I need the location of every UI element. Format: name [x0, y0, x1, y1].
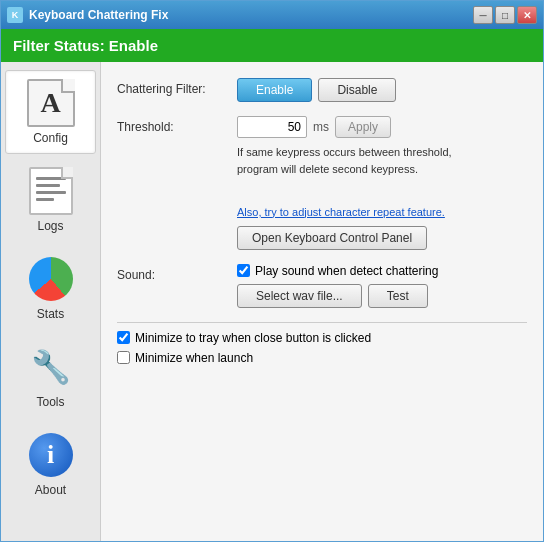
- apply-button[interactable]: Apply: [335, 116, 391, 138]
- sound-checkbox-label: Play sound when detect chattering: [255, 264, 438, 278]
- threshold-label: Threshold:: [117, 116, 227, 134]
- window-controls: ─ □ ✕: [473, 6, 537, 24]
- config-icon-container: A: [27, 79, 75, 127]
- threshold-hint-1: If same keypress occurs between threshol…: [237, 144, 527, 177]
- threshold-input[interactable]: [237, 116, 307, 138]
- app-window: K Keyboard Chattering Fix ─ □ ✕ Filter S…: [0, 0, 544, 542]
- sidebar-label-logs: Logs: [37, 219, 63, 233]
- select-wav-button[interactable]: Select wav file...: [237, 284, 362, 308]
- status-header: Filter Status: Enable: [1, 29, 543, 62]
- window-title: Keyboard Chattering Fix: [29, 8, 467, 22]
- status-label: Filter Status: Enable: [13, 37, 158, 54]
- bottom-section: Minimize to tray when close button is cl…: [117, 322, 527, 365]
- logs-icon: [29, 167, 73, 215]
- tools-icon: 🔧: [27, 343, 75, 391]
- sidebar-item-about[interactable]: i About: [5, 422, 96, 506]
- threshold-unit: ms: [313, 120, 329, 134]
- sidebar-item-logs[interactable]: Logs: [5, 158, 96, 242]
- minimize-tray-row: Minimize to tray when close button is cl…: [117, 331, 527, 345]
- threshold-row: Threshold: ms Apply If same keypress occ…: [117, 116, 527, 250]
- threshold-hint-blank: [237, 183, 527, 200]
- threshold-content: ms Apply If same keypress occurs between…: [237, 116, 527, 250]
- minimize-launch-row: Minimize when launch: [117, 351, 527, 365]
- sidebar-item-tools[interactable]: 🔧 Tools: [5, 334, 96, 418]
- sound-checkbox[interactable]: [237, 264, 250, 277]
- tools-icon-container: 🔧: [27, 343, 75, 391]
- logs-icon-container: [27, 167, 75, 215]
- sidebar-item-config[interactable]: A Config: [5, 70, 96, 154]
- sidebar-label-tools: Tools: [36, 395, 64, 409]
- sound-label: Sound:: [117, 264, 227, 282]
- sidebar-label-stats: Stats: [37, 307, 64, 321]
- sidebar: A Config Logs: [1, 62, 101, 541]
- disable-button[interactable]: Disable: [318, 78, 396, 102]
- log-line-4: [36, 198, 54, 201]
- title-bar: K Keyboard Chattering Fix ─ □ ✕: [1, 1, 543, 29]
- log-line-2: [36, 184, 60, 187]
- sound-row: Sound: Play sound when detect chattering…: [117, 264, 527, 308]
- sidebar-label-about: About: [35, 483, 66, 497]
- chattering-filter-controls: Enable Disable: [237, 78, 396, 102]
- maximize-button[interactable]: □: [495, 6, 515, 24]
- stats-icon: [29, 257, 73, 301]
- config-icon: A: [27, 79, 75, 127]
- minimize-tray-checkbox[interactable]: [117, 331, 130, 344]
- test-button[interactable]: Test: [368, 284, 428, 308]
- sidebar-label-config: Config: [33, 131, 68, 145]
- minimize-button[interactable]: ─: [473, 6, 493, 24]
- close-button[interactable]: ✕: [517, 6, 537, 24]
- sound-checkbox-row: Play sound when detect chattering: [237, 264, 527, 278]
- minimize-tray-label: Minimize to tray when close button is cl…: [135, 331, 371, 345]
- app-icon: K: [7, 7, 23, 23]
- sound-content: Play sound when detect chattering Select…: [237, 264, 527, 308]
- about-icon-container: i: [27, 431, 75, 479]
- main-content: A Config Logs: [1, 62, 543, 541]
- sidebar-item-stats[interactable]: Stats: [5, 246, 96, 330]
- right-panel: Chattering Filter: Enable Disable Thresh…: [101, 62, 543, 541]
- threshold-input-row: ms Apply: [237, 116, 527, 138]
- minimize-launch-checkbox[interactable]: [117, 351, 130, 364]
- open-keyboard-panel-button[interactable]: Open Keyboard Control Panel: [237, 226, 427, 250]
- threshold-hint-link[interactable]: Also, try to adjust character repeat fea…: [237, 206, 527, 218]
- log-line-1: [36, 177, 66, 180]
- chattering-filter-label: Chattering Filter:: [117, 78, 227, 96]
- minimize-launch-label: Minimize when launch: [135, 351, 253, 365]
- stats-icon-container: [27, 255, 75, 303]
- about-icon: i: [29, 433, 73, 477]
- log-line-3: [36, 191, 66, 194]
- chattering-filter-row: Chattering Filter: Enable Disable: [117, 78, 527, 102]
- sound-buttons: Select wav file... Test: [237, 284, 527, 308]
- enable-button[interactable]: Enable: [237, 78, 312, 102]
